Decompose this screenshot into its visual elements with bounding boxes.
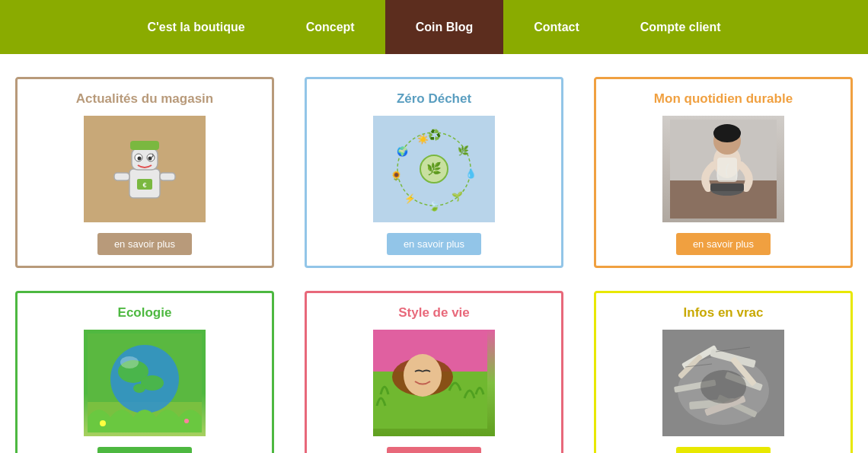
card-zero-title: Zéro Déchet xyxy=(397,91,471,107)
card-infos: Infos en vrac xyxy=(594,291,853,453)
nav-label-boutique: C'est la boutique xyxy=(147,21,244,34)
svg-rect-3 xyxy=(130,141,159,150)
style-illustration xyxy=(373,330,487,429)
blog-grid: Actualités du magasin xyxy=(0,54,868,453)
svg-text:€: € xyxy=(142,181,146,189)
infos-illustration xyxy=(666,333,780,432)
svg-text:🌱: 🌱 xyxy=(452,190,463,202)
nav-label-contact: Contact xyxy=(534,21,579,34)
svg-point-29 xyxy=(713,124,741,142)
svg-text:🌿: 🌿 xyxy=(426,161,442,176)
nav-label-coinblog: Coin Blog xyxy=(416,21,474,34)
card-quotidien-image xyxy=(662,116,784,222)
svg-rect-9 xyxy=(160,173,175,180)
card-actualites-image: € xyxy=(84,116,206,222)
card-infos-image xyxy=(662,330,784,436)
nav-item-boutique[interactable]: C'est la boutique xyxy=(116,0,275,54)
zero-dechet-illustration: ♻️ 🌿 💧 🌱 🍃 ⚡ 🌻 🌍 ☀️ 🌿 xyxy=(381,120,487,219)
card-infos-title: Infos en vrac xyxy=(684,305,764,321)
nav-label-compte: Compte client xyxy=(640,21,721,34)
svg-point-45 xyxy=(404,354,442,397)
svg-text:🍃: 🍃 xyxy=(429,200,440,212)
quotidien-illustration xyxy=(670,120,777,219)
nav-item-contact[interactable]: Contact xyxy=(503,0,610,54)
svg-text:⚡: ⚡ xyxy=(404,193,416,204)
card-ecologie-image xyxy=(84,330,206,436)
card-ecologie-title: Ecologie xyxy=(118,305,172,321)
card-zero-image: ♻️ 🌿 💧 🌱 🍃 ⚡ 🌻 🌍 ☀️ 🌿 xyxy=(373,116,495,222)
svg-point-41 xyxy=(184,419,189,423)
svg-point-6 xyxy=(138,157,142,161)
ecologie-illustration xyxy=(88,333,202,432)
card-actualites: Actualités du magasin xyxy=(15,77,274,268)
card-ecologie-btn[interactable]: en savoir plus xyxy=(97,447,192,453)
svg-rect-32 xyxy=(717,158,737,182)
nav-label-concept: Concept xyxy=(306,21,355,34)
svg-text:🌿: 🌿 xyxy=(458,145,469,156)
card-actualites-title: Actualités du magasin xyxy=(76,91,213,107)
card-ecologie: Ecologie xyxy=(15,291,274,453)
nav-item-compte[interactable]: Compte client xyxy=(610,0,752,54)
svg-text:💧: 💧 xyxy=(465,167,477,179)
robot-illustration: € xyxy=(110,127,179,211)
svg-rect-31 xyxy=(710,183,744,191)
svg-rect-8 xyxy=(114,173,129,180)
svg-point-59 xyxy=(700,370,746,404)
svg-text:♻️: ♻️ xyxy=(428,129,442,142)
card-quotidien-title: Mon quotidien durable xyxy=(654,91,793,107)
svg-point-39 xyxy=(120,356,139,368)
svg-text:🌍: 🌍 xyxy=(397,145,408,157)
card-quotidien-btn[interactable]: en savoir plus xyxy=(676,233,771,255)
card-style: Style de vie xyxy=(305,291,563,453)
card-actualites-btn[interactable]: en savoir plus xyxy=(97,233,192,255)
card-style-title: Style de vie xyxy=(398,305,470,321)
card-quotidien: Mon quotidien durable xyxy=(594,77,853,268)
card-style-image xyxy=(373,330,495,436)
card-zero-btn[interactable]: en savoir plus xyxy=(387,233,481,255)
card-zero: Zéro Déchet ♻️ 🌿 💧 🌱 🍃 ⚡ 🌻 🌍 ☀️ xyxy=(305,77,563,268)
main-nav: C'est la boutique Concept Coin Blog Cont… xyxy=(0,0,868,54)
nav-item-concept[interactable]: Concept xyxy=(276,0,385,54)
svg-text:🌻: 🌻 xyxy=(391,170,402,181)
card-style-btn[interactable]: en savoir plus xyxy=(387,447,481,453)
svg-text:☀️: ☀️ xyxy=(417,133,429,145)
svg-point-40 xyxy=(100,420,106,426)
svg-point-38 xyxy=(133,384,145,393)
nav-item-coinblog[interactable]: Coin Blog xyxy=(385,0,504,54)
card-infos-btn[interactable]: en savoir plus xyxy=(676,447,771,453)
